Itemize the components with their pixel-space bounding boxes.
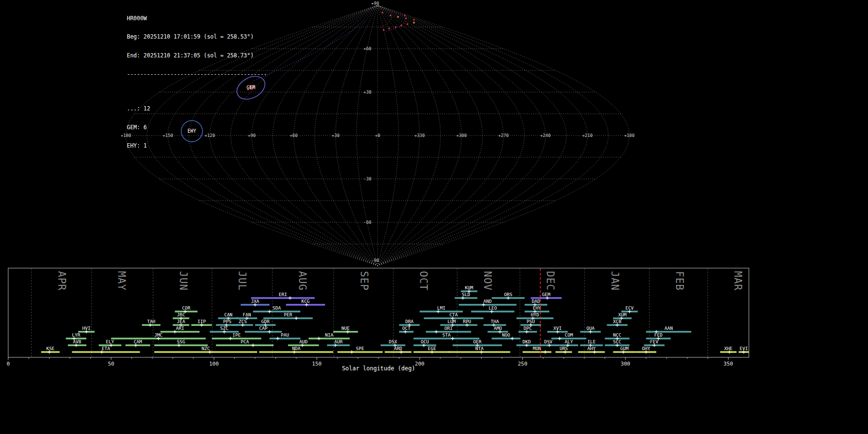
shower-label-ORS: ORS [504, 292, 512, 297]
shower-label-LMI: LMI [437, 305, 446, 311]
meteor-counts: ...: 12 GEM: 6 EHY: 1 [127, 93, 267, 162]
shower-label-AHY: AHY [587, 346, 596, 351]
shower-label-MON: MON [533, 346, 541, 351]
month-label: JUN [177, 271, 189, 291]
shower-label-QUA: QUA [586, 326, 595, 331]
shower-label-ARD: ARD [394, 346, 402, 351]
separator-line: ----------------------------------------… [127, 71, 267, 78]
shower-label-NCC: NCC [613, 332, 621, 338]
end-time-line: End: 20251210 21:37:05 (sol = 258.73°) [127, 53, 267, 59]
shower-label-NDA: NDA [292, 346, 300, 351]
lat-tick-label: -30 [364, 176, 371, 181]
shower-label-COM: COM [565, 332, 573, 338]
shower-label-PPS: PPS [223, 319, 231, 324]
shower-label-NUE: NUE [341, 326, 350, 331]
shower-label-EGE: EGE [428, 346, 436, 351]
shower-label-CTA: CTA [449, 312, 458, 317]
shower-label-CAM: CAM [134, 339, 142, 344]
month-label: SEP [358, 271, 370, 291]
shower-label-JXA: JXA [251, 298, 259, 304]
shower-label-ELY: ELY [106, 339, 114, 344]
shower-label-ECV: ECV [625, 305, 634, 311]
shower-label-XUM: XUM [618, 312, 626, 317]
meteor-dot [395, 26, 396, 27]
shower-label-THA: THA [491, 319, 499, 324]
month-label: FEB [674, 271, 685, 291]
shower-label-LUM: LUM [448, 319, 456, 324]
sky-grid-meridian [378, 5, 420, 266]
meteor-dot [397, 16, 399, 17]
shower-label-SCC: SCC [613, 339, 621, 344]
shower-label-KCG: KCG [301, 298, 310, 304]
shower-label-FEV: FEV [650, 339, 658, 344]
shower-label-SLD: SLD [462, 292, 470, 297]
shower-label-OCU: OCU [420, 339, 429, 344]
month-label: APR [56, 271, 68, 291]
lat-tick-label: -90 [371, 258, 379, 263]
shower-label-PSU: PSU [527, 319, 535, 324]
shower-label-SZC: SZC [220, 326, 228, 331]
shower-label-ILE: ILE [587, 339, 596, 344]
shower-label-TAH: TAH [147, 319, 155, 324]
count-ehy: EHY: 1 [127, 143, 267, 149]
shower-label-AUR: AUR [334, 339, 342, 344]
meteor-dot [388, 27, 390, 29]
shower-label-JEA: JEA [177, 319, 185, 324]
meteor-dot [413, 22, 415, 23]
month-label: OCT [418, 271, 429, 291]
shower-label-URS: URS [559, 346, 568, 351]
shower-label-ETA: ETA [102, 346, 110, 351]
count-sporadic: ...: 12 [127, 106, 267, 112]
month-label: NOV [482, 271, 493, 291]
shower-label-PAU: PAU [281, 332, 289, 338]
shower-label-FED: FED [654, 332, 663, 338]
shower-label-XVI: XVI [554, 326, 562, 331]
sky-grid-meridian [336, 5, 378, 266]
shower-label-NZC: NZC [202, 346, 210, 351]
lon-tick-label: +210 [582, 133, 593, 138]
shower-label-NOO: NOO [502, 332, 510, 338]
observation-header: HR000W Beg: 20251210 17:01:59 (sol = 258… [127, 3, 267, 174]
meteor-dot [407, 23, 408, 25]
shower-label-XHE: XHE [724, 346, 732, 351]
shower-label-EVI: EVI [740, 346, 748, 351]
shower-label-PCA: PCA [241, 339, 249, 344]
lon-tick-label: +60 [290, 133, 298, 138]
shower-label-AUD: AUD [299, 339, 308, 344]
shower-label-RPU: RPU [463, 319, 471, 324]
lat-tick-label: +60 [364, 46, 371, 51]
count-gem: GEM: 6 [127, 124, 267, 131]
shower-label-DPC: DPC [524, 326, 532, 331]
month-label: MAR [732, 271, 744, 291]
shower-label-SPE: SPE [356, 346, 364, 351]
lon-tick-label: +330 [414, 133, 425, 138]
meteor-dot [383, 29, 384, 30]
lon-tick-label: +300 [456, 133, 467, 138]
month-label: JAN [609, 271, 621, 291]
shower-label-AVB: AVB [73, 339, 81, 344]
x-axis-title: Solar longitude (deg) [0, 365, 757, 372]
shower-label-DKD: DKD [523, 339, 531, 344]
lat-tick-label: +90 [371, 1, 379, 6]
shower-label-JRC: JRC [177, 312, 185, 317]
meteor-dot [405, 17, 407, 19]
shower-label-FAN: FAN [243, 312, 251, 317]
month-label: JUL [236, 271, 248, 291]
meteor-dot [404, 14, 406, 16]
lon-tick-label: +30 [332, 133, 339, 138]
shower-label-PER: PER [284, 312, 292, 317]
month-label: DEC [544, 271, 556, 291]
activity-timeline-svg: APRMAYJUNJULAUGSEPOCTNOVDECJANFEBMARKUME… [0, 266, 757, 434]
lat-tick-label: -60 [364, 220, 371, 225]
shower-label-JMC: JMC [154, 332, 163, 338]
shower-label-STA: STA [442, 332, 450, 338]
lat-tick-label: +30 [364, 90, 371, 95]
shower-label-OCT: OCT [402, 326, 410, 331]
shower-label-GDR: GDR [261, 319, 270, 324]
lon-tick-label: +0 [375, 133, 380, 138]
shower-label-IIP: IIP [198, 319, 206, 324]
station-code: HR000W [127, 15, 267, 22]
shower-label-NIA: NIA [325, 332, 333, 338]
shower-label-KUM: KUM [465, 285, 473, 290]
shower-label-ERI: ERI [279, 292, 287, 297]
